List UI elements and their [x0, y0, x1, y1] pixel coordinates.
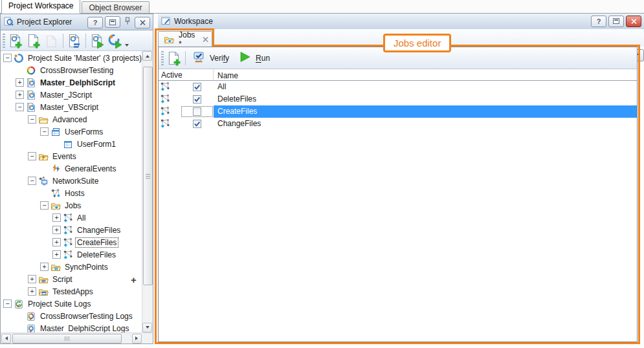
- tree-expander-icon[interactable]: −: [16, 103, 24, 111]
- tree-expander-icon[interactable]: +: [52, 238, 61, 246]
- logs-suite-icon: [14, 299, 24, 309]
- tree-item[interactable]: Hosts: [1, 187, 142, 199]
- column-header-name[interactable]: Name: [214, 70, 637, 80]
- close-icon[interactable]: [626, 16, 641, 27]
- job-row[interactable]: DeleteFiles: [159, 93, 637, 105]
- active-checkbox[interactable]: [193, 120, 201, 128]
- tree-expander-icon[interactable]: −: [28, 177, 36, 185]
- run-icon[interactable]: Run: [234, 49, 274, 67]
- tree-item[interactable]: −UserForms: [1, 125, 142, 138]
- run-project-icon[interactable]: [88, 32, 106, 49]
- tree-expander-icon[interactable]: +: [52, 213, 61, 222]
- job-row[interactable]: CreateFiles: [159, 105, 637, 118]
- horizontal-scrollbar-thumb[interactable]: [12, 334, 122, 343]
- tree-item[interactable]: +Master_DelphiScript: [1, 76, 142, 89]
- tree-expander-icon[interactable]: +: [52, 226, 61, 234]
- add-new-item-icon[interactable]: [165, 49, 183, 67]
- tree-horizontal-scrollbar[interactable]: [1, 332, 153, 343]
- pin-icon[interactable]: [122, 16, 133, 26]
- tree-item[interactable]: −Master_VBScript: [1, 101, 142, 113]
- tree-item[interactable]: +ChangeFiles: [1, 224, 142, 236]
- tree-item[interactable]: −Project Suite Logs: [1, 298, 142, 310]
- project-suite-icon: [14, 53, 24, 63]
- tree-expander-icon[interactable]: −: [28, 115, 36, 124]
- tree-item[interactable]: −Advanced: [1, 113, 142, 125]
- tree-item[interactable]: +SynchPoints: [1, 261, 142, 273]
- tree-indent: [40, 164, 49, 173]
- tab-object-browser[interactable]: Object Browser: [82, 1, 149, 13]
- tree-item[interactable]: CrossBrowserTesting Logs: [1, 310, 142, 322]
- tree-indent: [40, 189, 49, 197]
- vertical-scrollbar-thumb[interactable]: [143, 67, 153, 285]
- job-icon: [160, 94, 170, 104]
- tree-item[interactable]: +TestedApps: [1, 285, 142, 298]
- tree-item[interactable]: UserForm1: [1, 138, 142, 150]
- active-checkbox[interactable]: [193, 83, 201, 91]
- folder-jobs-icon: [50, 201, 61, 211]
- tree-expander-icon[interactable]: +: [16, 78, 24, 87]
- tree-item[interactable]: −Jobs: [1, 199, 142, 212]
- scroll-up-icon[interactable]: [142, 51, 152, 61]
- toolbar-grip[interactable]: [3, 34, 5, 48]
- tree-vertical-scrollbar[interactable]: [142, 51, 153, 332]
- tab-jobs-editor[interactable]: Jobs *: [158, 31, 212, 47]
- job-row[interactable]: All: [159, 81, 637, 93]
- scroll-right-icon[interactable]: [132, 334, 142, 343]
- restore-icon[interactable]: [608, 16, 624, 27]
- tree-expander-icon[interactable]: −: [3, 54, 12, 62]
- tree-item[interactable]: CrossBrowserTesting: [1, 64, 142, 76]
- help-icon[interactable]: ?: [87, 17, 103, 28]
- job-row[interactable]: ChangeFiles: [159, 118, 637, 130]
- tree-item[interactable]: +DeleteFiles: [1, 248, 142, 261]
- help-icon[interactable]: ?: [591, 16, 606, 27]
- tab-project-workspace[interactable]: Project Workspace: [1, 0, 80, 14]
- tree-item[interactable]: GeneralEvents: [1, 162, 142, 175]
- tree-expander-icon[interactable]: +: [16, 91, 24, 99]
- tree-expander-icon[interactable]: −: [3, 299, 12, 308]
- job-icon: [63, 225, 73, 235]
- tree-indent: [16, 66, 24, 74]
- toolbar-grip[interactable]: [161, 51, 164, 65]
- restore-icon[interactable]: [105, 16, 120, 28]
- jobs-table-header: Active Name: [159, 69, 637, 81]
- tree-item[interactable]: +All: [1, 212, 142, 224]
- annotation-border: [212, 28, 214, 47]
- add-project-suite-icon[interactable]: [6, 32, 25, 49]
- tree-item[interactable]: +CreateFiles: [1, 236, 142, 248]
- active-checkbox[interactable]: [193, 95, 201, 103]
- close-tab-icon[interactable]: [203, 37, 208, 42]
- close-icon[interactable]: [135, 17, 150, 28]
- logs-cbt-icon: [26, 311, 36, 321]
- scroll-down-icon[interactable]: [142, 323, 152, 332]
- add-item-icon[interactable]: [25, 32, 43, 49]
- tree-expander-icon[interactable]: +: [28, 275, 36, 283]
- tree-expander-icon[interactable]: +: [40, 263, 49, 271]
- verify-icon[interactable]: Verify: [188, 49, 234, 67]
- tree-item-label: Advanced: [50, 114, 89, 125]
- tree-item[interactable]: −Project Suite 'Master' (3 projects): [1, 52, 142, 64]
- horizontal-scroll-track[interactable]: [11, 334, 132, 343]
- toolbar-overflow-icon[interactable]: [125, 44, 129, 49]
- column-header-active[interactable]: Active: [159, 69, 214, 80]
- job-name: CreateFiles: [214, 105, 637, 118]
- tree-item[interactable]: Master_DelphiScript Logs: [1, 322, 142, 332]
- project-explorer-header: Project Explorer ?: [1, 14, 153, 30]
- tree-expander-icon[interactable]: −: [40, 127, 49, 136]
- job-name: DeleteFiles: [214, 93, 637, 105]
- tree-item[interactable]: +Master_JScript: [1, 89, 142, 101]
- workspace-panel: Workspace ? Jobs * VerifyRun Active Name…: [158, 14, 644, 344]
- scroll-left-icon[interactable]: [1, 334, 11, 343]
- active-checkbox[interactable]: [193, 107, 201, 116]
- tree-item[interactable]: −Events: [1, 150, 142, 162]
- run-project-suite-icon[interactable]: [106, 32, 124, 49]
- tree-item-label: CrossBrowserTesting Logs: [38, 311, 135, 321]
- open-icon: [43, 32, 61, 49]
- tree-expander-icon[interactable]: −: [28, 152, 36, 160]
- organize-items-icon[interactable]: [65, 32, 83, 49]
- tree-item[interactable]: +Script: [1, 273, 142, 285]
- tree-expander-icon[interactable]: −: [40, 201, 49, 210]
- tree-item[interactable]: −NetworkSuite: [1, 175, 142, 187]
- project-icon: [26, 102, 36, 113]
- tree-expander-icon[interactable]: +: [52, 250, 61, 259]
- tree-expander-icon[interactable]: +: [28, 287, 36, 296]
